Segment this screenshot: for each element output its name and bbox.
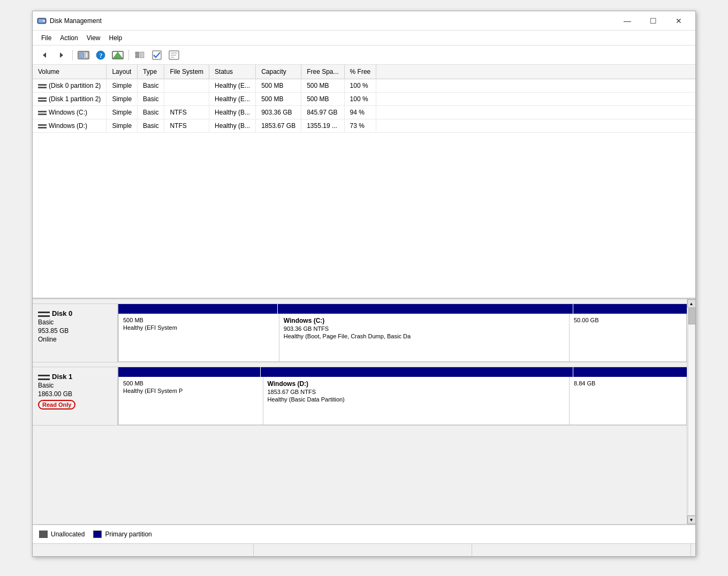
col-header-layout[interactable]: Layout xyxy=(107,65,138,79)
svg-rect-14 xyxy=(140,52,144,58)
cell-capacity: 1853.67 GB xyxy=(256,119,301,133)
toolbar-disk-view[interactable] xyxy=(76,48,91,62)
toolbar-help[interactable]: ? xyxy=(93,48,108,62)
status-bar-section-3 xyxy=(474,544,691,556)
col-header-status[interactable]: Status xyxy=(209,65,256,79)
toolbar-eject[interactable] xyxy=(132,48,147,62)
partition-body-disk1-1[interactable]: Windows (D:)1853.67 GB NTFSHealthy (Basi… xyxy=(263,377,570,425)
volume-icon xyxy=(38,111,47,115)
cell-status: Healthy (E... xyxy=(209,79,256,93)
cell-filesystem xyxy=(164,93,209,106)
close-button[interactable]: ✕ xyxy=(666,14,691,28)
volume-icon xyxy=(38,124,47,128)
legend-primary-label: Primary partition xyxy=(105,530,151,538)
cell-extra xyxy=(376,119,695,133)
volume-table-wrapper[interactable]: Volume Layout Type File System Status Ca… xyxy=(33,65,695,299)
cell-freespace: 1355.19 ... xyxy=(301,119,344,133)
scroll-thumb[interactable] xyxy=(688,308,696,324)
cell-capacity: 903.36 GB xyxy=(256,106,301,119)
scroll-track[interactable] xyxy=(688,308,695,516)
disk-management-window: Disk Management — ☐ ✕ File Action View H… xyxy=(32,11,696,557)
menu-file[interactable]: File xyxy=(37,33,56,43)
col-header-freespace[interactable]: Free Spa... xyxy=(301,65,344,79)
svg-marker-11 xyxy=(113,52,123,58)
minimize-button[interactable]: — xyxy=(615,14,640,28)
disk-size-disk0: 953.85 GB xyxy=(38,327,112,335)
disk-name-disk0: Disk 0 xyxy=(38,309,112,317)
col-header-percentfree[interactable]: % Free xyxy=(344,65,376,79)
disk-readonly-badge-disk1: Read Only xyxy=(38,400,75,410)
svg-marker-4 xyxy=(60,52,63,58)
toolbar-back[interactable] xyxy=(37,48,52,62)
cell-extra xyxy=(376,106,695,119)
scroll-up-button[interactable]: ▲ xyxy=(687,299,696,308)
cell-percentfree: 73 % xyxy=(344,119,376,133)
toolbar-check[interactable] xyxy=(149,48,164,62)
menu-action[interactable]: Action xyxy=(56,33,82,43)
volume-table: Volume Layout Type File System Status Ca… xyxy=(33,65,695,133)
partition-detail-disk0-0: Healthy (EFI System xyxy=(123,324,275,331)
menu-view[interactable]: View xyxy=(82,33,105,43)
partition-body-disk1-0[interactable]: 500 MBHealthy (EFI System P xyxy=(118,377,263,425)
toolbar-properties[interactable] xyxy=(110,48,125,62)
toolbar-sep-2 xyxy=(128,50,129,60)
partition-name-disk0-1: Windows (C:) xyxy=(284,317,565,324)
col-header-filesystem[interactable]: File System xyxy=(164,65,209,79)
cell-extra xyxy=(376,93,695,106)
col-header-extra xyxy=(376,65,695,79)
scroll-down-button[interactable]: ▼ xyxy=(687,516,696,524)
partition-detail-disk1-0: Healthy (EFI System P xyxy=(123,388,259,394)
col-header-type[interactable]: Type xyxy=(138,65,164,79)
table-row[interactable]: (Disk 0 partition 2)SimpleBasicHealthy (… xyxy=(33,79,695,93)
disk-label-disk0: Disk 0Basic953.85 GBOnline xyxy=(33,304,118,362)
disk-name-disk1: Disk 1 xyxy=(38,373,112,381)
disk-row-disk1[interactable]: Disk 1Basic1863.00 GBRead Only500 MBHeal… xyxy=(33,367,687,426)
status-bar xyxy=(33,543,695,556)
status-bar-section-1 xyxy=(37,544,254,556)
partition-body-disk0-2[interactable]: 50.00 GB xyxy=(569,314,687,362)
partition-size-disk1-2: 8.84 GB xyxy=(574,380,682,386)
cell-capacity: 500 MB xyxy=(256,79,301,93)
col-header-volume[interactable]: Volume xyxy=(33,65,107,79)
legend-primary-box xyxy=(93,530,102,538)
svg-marker-3 xyxy=(43,52,46,58)
app-icon xyxy=(37,16,47,26)
col-header-capacity[interactable]: Capacity xyxy=(256,65,301,79)
title-buttons: — ☐ ✕ xyxy=(615,14,691,28)
cell-volume: Windows (D:) xyxy=(33,119,107,133)
cell-percentfree: 100 % xyxy=(344,93,376,106)
partition-detail1-disk0-1: 903.36 GB NTFS xyxy=(284,325,565,332)
partition-detail2-disk0-1: Healthy (Boot, Page File, Crash Dump, Ba… xyxy=(284,333,565,339)
toolbar-forward[interactable] xyxy=(54,48,69,62)
cell-volume: (Disk 0 partition 2) xyxy=(33,79,107,93)
partition-header-disk0-1 xyxy=(278,304,573,314)
table-row[interactable]: Windows (C:)SimpleBasicNTFSHealthy (B...… xyxy=(33,106,695,119)
partition-body-disk0-1[interactable]: Windows (C:)903.36 GB NTFSHealthy (Boot,… xyxy=(279,314,569,362)
maximize-button[interactable]: ☐ xyxy=(641,14,665,28)
legend-bar: Unallocated Primary partition xyxy=(33,524,695,543)
partition-header-row-disk0 xyxy=(118,304,687,314)
disk-view-container: Disk 0Basic953.85 GBOnline500 MBHealthy … xyxy=(33,299,695,524)
title-bar: Disk Management — ☐ ✕ xyxy=(33,11,695,31)
partition-body-disk0-0[interactable]: 500 MBHealthy (EFI System xyxy=(118,314,279,362)
table-row[interactable]: (Disk 1 partition 2)SimpleBasicHealthy (… xyxy=(33,93,695,106)
svg-rect-12 xyxy=(135,52,139,55)
disk-row-disk0[interactable]: Disk 0Basic953.85 GBOnline500 MBHealthy … xyxy=(33,304,687,362)
disk-view[interactable]: Disk 0Basic953.85 GBOnline500 MBHealthy … xyxy=(33,299,687,524)
menu-bar: File Action View Help xyxy=(33,31,695,46)
partition-size-disk0-2: 50.00 GB xyxy=(574,317,682,323)
cell-layout: Simple xyxy=(107,106,138,119)
cell-volume: (Disk 1 partition 2) xyxy=(33,93,107,106)
partition-body-disk1-2[interactable]: 8.84 GB xyxy=(569,377,687,425)
partition-bodies-row-disk0: 500 MBHealthy (EFI SystemWindows (C:)903… xyxy=(118,314,687,362)
menu-help[interactable]: Help xyxy=(105,33,127,43)
partition-header-disk1-2 xyxy=(573,367,687,377)
partition-detail1-disk1-1: 1853.67 GB NTFS xyxy=(268,389,565,395)
partition-header-disk1-0 xyxy=(118,367,261,377)
table-row[interactable]: Windows (D:)SimpleBasicNTFSHealthy (B...… xyxy=(33,119,695,133)
content-area: Volume Layout Type File System Status Ca… xyxy=(33,65,695,556)
cell-volume: Windows (C:) xyxy=(33,106,107,119)
table-header-row: Volume Layout Type File System Status Ca… xyxy=(33,65,695,79)
toolbar-wizard[interactable] xyxy=(166,48,181,62)
toolbar-sep-1 xyxy=(72,50,73,60)
